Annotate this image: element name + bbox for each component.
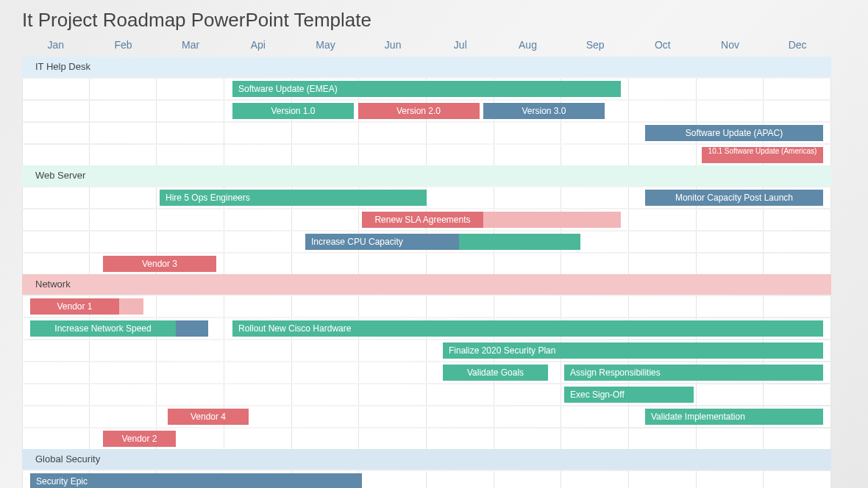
task-bar-software-update-apac[interactable]: Software Update (APAC) xyxy=(645,125,823,141)
task-bar-monitor-capacity[interactable]: Monitor Capacity Post Launch xyxy=(645,190,823,206)
task-bar-exec-signoff[interactable]: Exec Sign-Off xyxy=(564,387,694,403)
month-label: Mar xyxy=(157,39,224,57)
task-bar-version-3[interactable]: Version 3.0 xyxy=(483,103,605,119)
month-label: May xyxy=(292,39,360,57)
gantt-row: Vendor 1 xyxy=(22,296,831,317)
gantt-row: Security Epic xyxy=(22,471,831,488)
task-bar-security-epic[interactable]: Security Epic xyxy=(30,473,362,488)
page-title: It Project Roadmap PowerPoint Template xyxy=(22,9,846,32)
month-label: Api xyxy=(224,39,292,57)
task-bar-vendor-3[interactable]: Vendor 3 xyxy=(103,256,216,272)
task-bar-assign-responsibilities[interactable]: Assign Responsibilities xyxy=(564,365,823,381)
gantt-row: Exec Sign-Off xyxy=(22,384,831,405)
gantt-row: Vendor 4 Validate Implementation xyxy=(22,406,831,427)
month-header-row: Jan Feb Mar Api May Jun Jul Aug Sep Oct … xyxy=(22,39,831,57)
gantt-row: 10.1 Software Update (Americas) xyxy=(22,145,831,165)
section-header-it-help-desk: IT Help Desk xyxy=(22,57,831,77)
month-label: Aug xyxy=(494,39,562,57)
task-bar-network-speed[interactable]: Increase Network Speed xyxy=(30,320,176,337)
task-bar-security-plan[interactable]: Finalize 2020 Security Plan xyxy=(443,342,823,359)
task-bar-vendor-1[interactable]: Vendor 1 xyxy=(30,298,119,315)
gantt-row: Vendor 3 xyxy=(22,254,831,274)
month-label: Jan xyxy=(22,39,90,57)
gantt-row: Hire 5 Ops Engineers Monitor Capacity Po… xyxy=(22,187,831,208)
task-bar-cisco-hardware[interactable]: Rollout New Cisco Hardware xyxy=(232,320,823,337)
section-header-global-security: Global Security xyxy=(22,449,831,470)
page: It Project Roadmap PowerPoint Template J… xyxy=(0,0,868,488)
month-label: Dec xyxy=(764,39,831,57)
gantt-row: Validate Goals Assign Responsibilities xyxy=(22,362,831,383)
task-bar-increase-cpu[interactable]: Increase CPU Capacity xyxy=(305,234,459,250)
task-bar-version-1[interactable]: Version 1.0 xyxy=(232,103,354,119)
month-label: Sep xyxy=(561,39,629,57)
task-bar-vendor-2[interactable]: Vendor 2 xyxy=(103,431,176,447)
month-label: Feb xyxy=(90,39,157,57)
task-bar-validate-goals[interactable]: Validate Goals xyxy=(443,365,548,381)
section-header-web-server: Web Server xyxy=(22,165,831,186)
gantt-row: Software Update (APAC) xyxy=(22,123,831,143)
month-label: Jul xyxy=(427,39,494,57)
gantt-chart: Jan Feb Mar Api May Jun Jul Aug Sep Oct … xyxy=(22,39,831,488)
task-bar-version-2[interactable]: Version 2.0 xyxy=(358,103,480,119)
task-bar-software-update-americas[interactable]: 10.1 Software Update (Americas) xyxy=(702,147,823,163)
task-bar-renew-sla[interactable]: Renew SLA Agreements xyxy=(362,212,483,228)
section-header-network: Network xyxy=(22,274,831,295)
gantt-row: Increase Network Speed Rollout New Cisco… xyxy=(22,318,831,339)
month-label: Oct xyxy=(629,39,697,57)
gantt-row: Increase CPU Capacity xyxy=(22,232,831,252)
gantt-row: Renew SLA Agreements xyxy=(22,209,831,230)
task-bar-hire-ops-engineers[interactable]: Hire 5 Ops Engineers xyxy=(160,190,427,206)
gantt-row: Version 1.0 Version 2.0 Version 3.0 xyxy=(22,101,831,121)
month-label: Jun xyxy=(359,39,427,57)
gantt-row: Vendor 2 xyxy=(22,428,831,449)
month-label: Nov xyxy=(697,39,764,57)
gantt-row: Finalize 2020 Security Plan xyxy=(22,340,831,361)
task-bar-validate-implementation[interactable]: Validate Implementation xyxy=(645,409,823,425)
task-bar-vendor-4[interactable]: Vendor 4 xyxy=(168,409,249,425)
gantt-row: Software Update (EMEA) xyxy=(22,79,831,99)
task-bar-software-update-emea[interactable]: Software Update (EMEA) xyxy=(232,81,621,97)
